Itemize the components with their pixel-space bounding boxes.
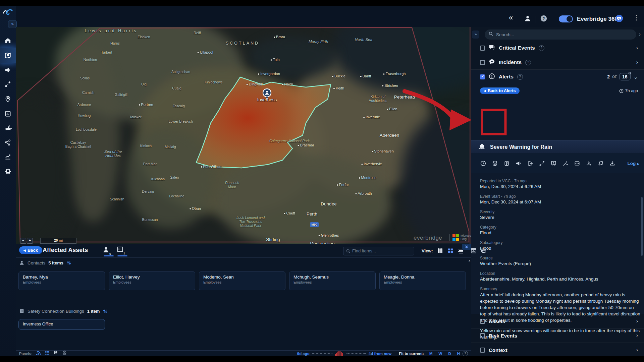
more-menu-icon[interactable]: ⋮	[633, 14, 640, 21]
message-panel-icon[interactable]	[53, 350, 58, 357]
map-label: North Sea	[355, 38, 372, 42]
snooze-alarm-icon[interactable]	[489, 160, 501, 167]
sidebar-item-travel[interactable]	[0, 121, 16, 135]
alerts-help-icon[interactable]: ?	[517, 74, 523, 80]
layer-row-critical-events[interactable]: Critical Events ? ›	[471, 41, 644, 55]
message-alert-icon[interactable]	[548, 160, 559, 167]
context-chevron-icon[interactable]: ›	[636, 347, 638, 353]
route-actions-icon[interactable]	[536, 160, 548, 167]
collapse-left-icon[interactable]: «	[509, 14, 513, 21]
search-bar[interactable]: Search...	[485, 29, 636, 40]
back-to-alerts-button[interactable]: ◀Back to Alerts	[480, 87, 520, 94]
map-label: Harris	[110, 41, 120, 45]
notes-icon[interactable]	[501, 160, 513, 167]
find-items-input[interactable]: Find items...	[343, 247, 414, 255]
report-view-icon[interactable]	[470, 247, 477, 255]
measure-icon[interactable]	[583, 160, 595, 167]
log-link[interactable]: Log ▶	[628, 161, 639, 166]
collapse-bottom-panel-icon[interactable]	[462, 244, 471, 250]
sidebar-item-analytics[interactable]	[0, 150, 16, 163]
assets-checkbox[interactable]	[480, 319, 485, 324]
contacts-label: Contacts	[28, 260, 45, 265]
sidebar-item-map-active[interactable]	[0, 49, 16, 62]
feedback-icon[interactable]	[615, 14, 623, 23]
map-label: Lower Breakish	[169, 119, 193, 123]
draw-area-icon[interactable]	[595, 160, 606, 167]
section-row-context[interactable]: Context ›	[471, 343, 644, 357]
sidebar-item-settings[interactable]	[0, 164, 16, 178]
buildings-section-header: Safety Connection Buildings 1 item	[19, 308, 108, 314]
timeline-help-icon[interactable]: ?	[463, 351, 468, 356]
alerts-count-total-box[interactable]: 16	[619, 73, 631, 80]
range-hour-button[interactable]: H	[457, 352, 460, 356]
sidebar-item-route[interactable]	[0, 77, 16, 91]
risk-events-checkbox[interactable]	[480, 333, 485, 338]
alerts-checkbox[interactable]	[480, 74, 485, 79]
incidents-chevron-icon[interactable]: ›	[636, 59, 638, 65]
critical-events-help-icon[interactable]: ?	[539, 45, 544, 51]
globe-export-icon[interactable]	[480, 247, 487, 255]
details-scrollbar[interactable]	[641, 197, 643, 256]
contact-card[interactable]: Mcdemo, SeanEmployees	[199, 272, 285, 290]
user-icon[interactable]	[524, 15, 531, 23]
context-checkbox[interactable]	[480, 348, 485, 353]
layer-row-incidents[interactable]: Incidents ? ›	[471, 55, 644, 69]
search-row-chevron-icon[interactable]: ›	[639, 31, 641, 37]
launch-incident-icon[interactable]	[524, 160, 536, 167]
incidents-help-icon[interactable]: ?	[525, 60, 531, 65]
sidebar-item-broadcast[interactable]	[0, 63, 16, 76]
feed-panel-icon[interactable]	[36, 350, 41, 357]
list-panel-icon[interactable]	[45, 350, 50, 357]
tab-contacts[interactable]: 5	[102, 246, 110, 255]
view-columns-icon[interactable]	[437, 247, 443, 255]
building-icon	[19, 308, 24, 314]
help-icon[interactable]: ?	[540, 15, 547, 23]
map-label: Crieff	[284, 211, 295, 215]
svg-text:?: ?	[542, 16, 545, 21]
assets-chevron-icon[interactable]: ›	[636, 318, 638, 324]
map-canvas[interactable]: Lewis and HarrisReiffEishkenHarrisSCOTLA…	[16, 27, 471, 244]
sidebar-item-reports[interactable]	[0, 107, 16, 120]
sort-icon[interactable]	[103, 309, 108, 314]
sort-icon[interactable]	[66, 260, 71, 265]
section-row-risk-events[interactable]: Risk Events ›	[471, 328, 644, 343]
collapse-panel-handle[interactable]: »	[472, 31, 479, 39]
map-transfer-icon[interactable]	[571, 160, 583, 167]
range-day-button[interactable]: D	[448, 352, 451, 356]
alerts-collapse-chevron-icon[interactable]: ⌄	[634, 74, 638, 80]
contact-card[interactable]: Elliot, HarveyEmployees	[109, 272, 195, 290]
timeline-past-label[interactable]: 9d ago	[297, 352, 310, 356]
back-button[interactable]: ◀Back	[19, 246, 42, 254]
divider	[552, 16, 552, 23]
buildings-label: Safety Connection Buildings	[28, 309, 84, 314]
range-week-button[interactable]: W	[439, 352, 442, 356]
layer-row-alerts[interactable]: Alerts ? 2 OF 16 ⌄	[471, 70, 644, 84]
zoom-out-button[interactable]: −	[20, 238, 26, 244]
broadcast-icon[interactable]	[513, 160, 524, 167]
section-row-assets[interactable]: Assets ›	[471, 314, 644, 328]
alerts-count-of: OF	[612, 75, 617, 79]
tab-buildings[interactable]: 1	[116, 246, 124, 254]
magic-suggest-icon[interactable]	[559, 160, 571, 167]
incidents-checkbox[interactable]	[480, 60, 485, 65]
everbridge-logo-icon[interactable]	[2, 8, 13, 19]
sidebar-item-home[interactable]	[0, 34, 16, 47]
critical-events-checkbox[interactable]	[480, 46, 485, 51]
range-month-button[interactable]: M	[429, 352, 433, 356]
critical-events-chevron-icon[interactable]: ›	[636, 45, 638, 51]
scroll-up-icon[interactable]: ▲	[468, 259, 471, 262]
risk-events-chevron-icon[interactable]: ›	[636, 333, 638, 339]
everbridge360-toggle[interactable]	[559, 15, 573, 22]
history-icon[interactable]	[477, 160, 489, 167]
view-grid-icon-active[interactable]	[447, 247, 454, 255]
contact-card[interactable]: Mchugh, SeamusEmployees	[289, 272, 376, 290]
zoom-in-button[interactable]: +	[27, 238, 33, 244]
timeline-panel-icon[interactable]	[62, 350, 67, 357]
download-icon[interactable]	[606, 160, 618, 167]
sidebar-item-network[interactable]	[0, 136, 16, 149]
contact-card[interactable]: Meagle, DonnaEmployees	[379, 272, 466, 290]
sidebar-item-location[interactable]	[0, 92, 16, 106]
contact-card[interactable]: Barney, MyaEmployees	[18, 272, 105, 290]
building-card[interactable]: Inverness Office	[18, 319, 105, 330]
timeline-future-label[interactable]: 4d from now	[369, 352, 391, 356]
